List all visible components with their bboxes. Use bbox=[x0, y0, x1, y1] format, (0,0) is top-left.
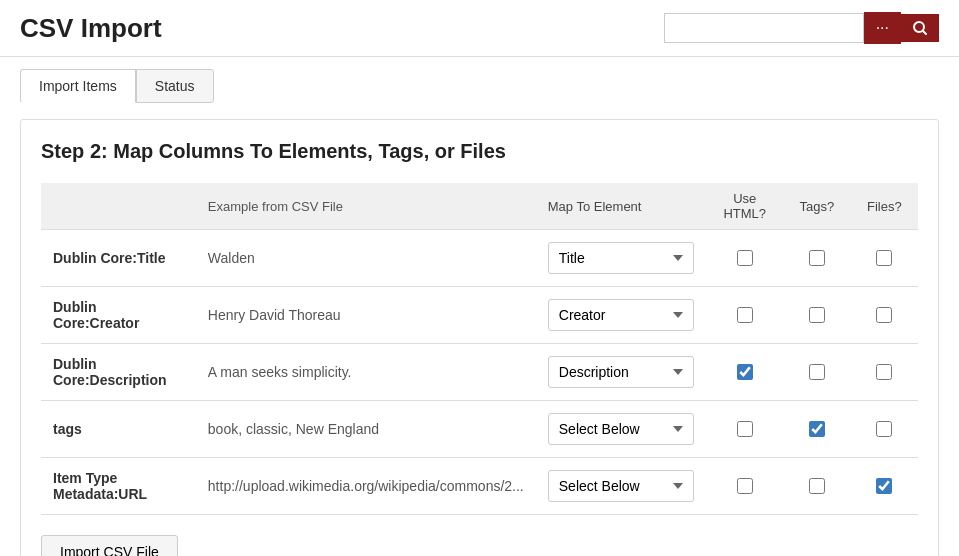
main-content: Step 2: Map Columns To Elements, Tags, o… bbox=[20, 119, 939, 556]
map-dropdown-cell: Title bbox=[536, 230, 706, 287]
header-right: ··· bbox=[664, 12, 939, 44]
tags-cell bbox=[783, 458, 850, 515]
map-to-element-select[interactable]: Select Below bbox=[548, 470, 694, 502]
tags-checkbox[interactable] bbox=[809, 364, 825, 380]
use-html-checkbox[interactable] bbox=[737, 478, 753, 494]
files-cell bbox=[851, 230, 918, 287]
example-value: Walden bbox=[196, 230, 536, 287]
table-row: Dublin Core:TitleWaldenTitle bbox=[41, 230, 918, 287]
tags-cell bbox=[783, 344, 850, 401]
use-html-cell bbox=[706, 287, 783, 344]
col-header-field bbox=[41, 183, 196, 230]
use-html-checkbox[interactable] bbox=[737, 250, 753, 266]
mapping-table: Example from CSV File Map To Element Use… bbox=[41, 183, 918, 515]
use-html-checkbox[interactable] bbox=[737, 364, 753, 380]
tab-import-items[interactable]: Import Items bbox=[20, 69, 136, 103]
files-cell bbox=[851, 458, 918, 515]
tags-checkbox[interactable] bbox=[809, 478, 825, 494]
use-html-cell bbox=[706, 458, 783, 515]
col-header-files: Files? bbox=[851, 183, 918, 230]
use-html-checkbox[interactable] bbox=[737, 307, 753, 323]
table-header-row: Example from CSV File Map To Element Use… bbox=[41, 183, 918, 230]
table-row: Dublin Core:CreatorHenry David ThoreauCr… bbox=[41, 287, 918, 344]
tags-cell bbox=[783, 230, 850, 287]
table-row: tagsbook, classic, New EnglandSelect Bel… bbox=[41, 401, 918, 458]
col-header-tags: Tags? bbox=[783, 183, 850, 230]
use-html-cell bbox=[706, 344, 783, 401]
files-cell bbox=[851, 344, 918, 401]
col-header-example: Example from CSV File bbox=[196, 183, 536, 230]
field-name: Dublin Core:Title bbox=[41, 230, 196, 287]
dots-icon: ··· bbox=[876, 19, 889, 37]
import-csv-button[interactable]: Import CSV File bbox=[41, 535, 178, 556]
map-dropdown-cell: Select Below bbox=[536, 458, 706, 515]
files-checkbox[interactable] bbox=[876, 364, 892, 380]
field-name: tags bbox=[41, 401, 196, 458]
files-checkbox[interactable] bbox=[876, 421, 892, 437]
files-cell bbox=[851, 401, 918, 458]
table-row: Dublin Core:DescriptionA man seeks simpl… bbox=[41, 344, 918, 401]
search-icon bbox=[913, 21, 927, 35]
col-header-html: Use HTML? bbox=[706, 183, 783, 230]
field-name: Item Type Metadata:URL bbox=[41, 458, 196, 515]
step-title: Step 2: Map Columns To Elements, Tags, o… bbox=[41, 140, 918, 163]
table-row: Item Type Metadata:URLhttp://upload.wiki… bbox=[41, 458, 918, 515]
example-value: A man seeks simplicity. bbox=[196, 344, 536, 401]
app-header: CSV Import ··· bbox=[0, 0, 959, 57]
example-value: book, classic, New England bbox=[196, 401, 536, 458]
tags-checkbox[interactable] bbox=[809, 307, 825, 323]
tags-checkbox[interactable] bbox=[809, 421, 825, 437]
search-button[interactable] bbox=[901, 14, 939, 42]
map-dropdown-cell: Creator bbox=[536, 287, 706, 344]
example-value: Henry David Thoreau bbox=[196, 287, 536, 344]
files-checkbox[interactable] bbox=[876, 478, 892, 494]
use-html-cell bbox=[706, 230, 783, 287]
map-dropdown-cell: Description bbox=[536, 344, 706, 401]
map-to-element-select[interactable]: Select Below bbox=[548, 413, 694, 445]
files-checkbox[interactable] bbox=[876, 307, 892, 323]
field-name: Dublin Core:Creator bbox=[41, 287, 196, 344]
use-html-checkbox[interactable] bbox=[737, 421, 753, 437]
tags-cell bbox=[783, 287, 850, 344]
tags-cell bbox=[783, 401, 850, 458]
app-title: CSV Import bbox=[20, 13, 162, 44]
search-input[interactable] bbox=[664, 13, 864, 43]
tabs: Import Items Status bbox=[0, 57, 959, 103]
use-html-cell bbox=[706, 401, 783, 458]
col-header-map: Map To Element bbox=[536, 183, 706, 230]
dots-button[interactable]: ··· bbox=[864, 12, 901, 44]
map-to-element-select[interactable]: Creator bbox=[548, 299, 694, 331]
tags-checkbox[interactable] bbox=[809, 250, 825, 266]
files-checkbox[interactable] bbox=[876, 250, 892, 266]
map-dropdown-cell: Select Below bbox=[536, 401, 706, 458]
svg-line-1 bbox=[923, 31, 926, 34]
map-to-element-select[interactable]: Title bbox=[548, 242, 694, 274]
field-name: Dublin Core:Description bbox=[41, 344, 196, 401]
example-value: http://upload.wikimedia.org/wikipedia/co… bbox=[196, 458, 536, 515]
files-cell bbox=[851, 287, 918, 344]
tab-status[interactable]: Status bbox=[136, 69, 214, 103]
map-to-element-select[interactable]: Description bbox=[548, 356, 694, 388]
